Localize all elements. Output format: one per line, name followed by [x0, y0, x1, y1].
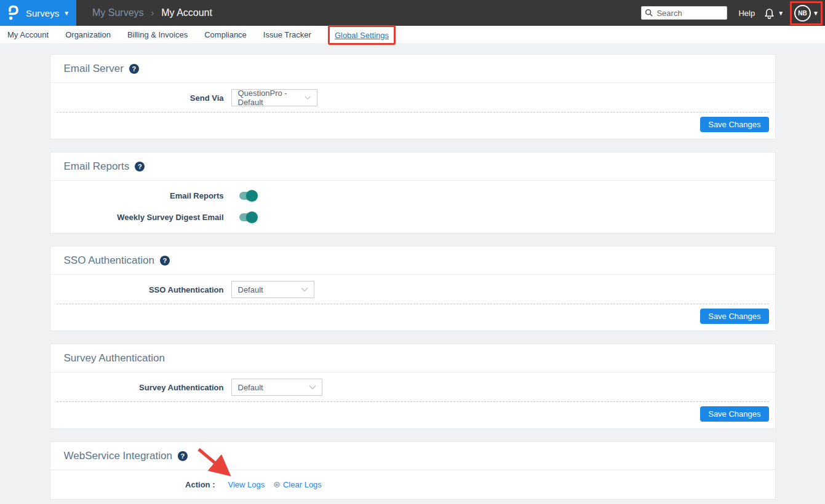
tab-issue-tracker[interactable]: Issue Tracker	[263, 30, 311, 39]
save-button[interactable]: Save Changes	[700, 309, 768, 324]
section-title: WebService Integration	[64, 450, 172, 462]
tab-global-settings[interactable]: Global Settings	[335, 31, 389, 40]
survey-authentication-select[interactable]: Default	[231, 379, 322, 396]
save-button[interactable]: Save Changes	[700, 406, 768, 422]
top-bar: Surveys ▼ My Surveys › My Account Help ▼…	[0, 0, 825, 26]
clear-logs-link[interactable]: ⊛ Clear Logs	[273, 479, 322, 489]
chevron-down-icon	[305, 95, 311, 100]
chevron-down-icon	[301, 287, 308, 292]
clear-circle-x-icon: ⊛	[273, 479, 281, 489]
chevron-down-icon: ▼	[778, 10, 784, 17]
help-icon[interactable]: ?	[129, 64, 139, 74]
product-menu-label: Surveys	[26, 8, 59, 18]
survey-authentication-row: Survey Authentication Default	[50, 372, 775, 401]
email-reports-section: Email Reports ? Email Reports Weekly Sur…	[50, 152, 776, 234]
product-switcher[interactable]: Surveys ▼	[0, 0, 76, 26]
settings-content: Email Server ? Send Via QuestionPro - De…	[0, 43, 825, 500]
sso-authentication-row: SSO Authentication Default	[50, 275, 775, 304]
section-title: Email Server	[64, 63, 124, 75]
notifications-menu[interactable]: ▼	[763, 7, 784, 20]
toggle-knob	[246, 190, 258, 202]
toggle-knob	[246, 211, 258, 223]
breadcrumb-my-surveys[interactable]: My Surveys	[92, 7, 144, 18]
help-icon[interactable]: ?	[160, 256, 170, 266]
breadcrumb: My Surveys › My Account	[92, 7, 212, 18]
survey-authentication-value: Default	[238, 383, 263, 392]
breadcrumb-separator: ›	[151, 8, 154, 18]
survey-authentication-label: Survey Authentication	[50, 383, 224, 392]
webservice-integration-section: WebService Integration ? Action : View L…	[50, 441, 776, 500]
avatar[interactable]: NB	[794, 5, 811, 22]
send-via-row: Send Via QuestionPro - Default	[50, 83, 775, 112]
sso-authentication-section: SSO Authentication ? SSO Authentication …	[50, 246, 776, 331]
sso-save-row: Save Changes	[50, 304, 775, 331]
sso-authentication-select[interactable]: Default	[231, 281, 314, 298]
chevron-down-icon	[309, 385, 316, 390]
tab-compliance[interactable]: Compliance	[204, 30, 247, 39]
toggle-label: Weekly Survey Digest Email	[50, 213, 224, 222]
topbar-actions: Help ▼ NB ▼	[641, 1, 825, 25]
email-server-save-row: Save Changes	[50, 112, 775, 139]
chevron-down-icon: ▼	[63, 10, 70, 17]
webservice-integration-header: WebService Integration ?	[50, 442, 775, 470]
weekly-digest-toggle[interactable]	[239, 213, 256, 221]
survey-auth-save-row: Save Changes	[50, 402, 775, 428]
toggle-label: Email Reports	[50, 191, 224, 200]
global-settings-annotation-box: Global Settings	[328, 25, 396, 45]
search-input[interactable]	[641, 6, 727, 20]
section-title: Survey Authentication	[64, 352, 165, 364]
email-reports-toggle[interactable]	[239, 192, 256, 200]
sso-authentication-header: SSO Authentication ?	[50, 246, 775, 275]
webservice-action-row: Action : View Logs ⊛ Clear Logs	[50, 470, 775, 499]
view-logs-link[interactable]: View Logs	[228, 480, 265, 489]
survey-authentication-header: Survey Authentication	[50, 344, 775, 372]
send-via-value: QuestionPro - Default	[238, 89, 305, 107]
send-via-label: Send Via	[50, 93, 224, 103]
tab-my-account[interactable]: My Account	[7, 30, 49, 39]
section-title: Email Reports	[64, 160, 130, 173]
tab-billing-invoices[interactable]: Billing & Invoices	[127, 30, 188, 39]
search-box	[641, 6, 727, 20]
sso-authentication-value: Default	[238, 285, 263, 294]
email-reports-toggle-row: Email Reports	[50, 189, 775, 202]
email-server-header: Email Server ?	[50, 55, 775, 83]
help-icon[interactable]: ?	[178, 451, 188, 461]
send-via-select[interactable]: QuestionPro - Default	[231, 89, 317, 106]
survey-authentication-section: Survey Authentication Survey Authenticat…	[50, 344, 776, 429]
questionpro-logo-icon	[7, 5, 20, 21]
save-button[interactable]: Save Changes	[700, 117, 768, 132]
chevron-down-icon: ▼	[813, 10, 819, 17]
sso-authentication-label: SSO Authentication	[50, 285, 224, 294]
bell-icon	[763, 7, 775, 20]
email-reports-header: Email Reports ?	[50, 152, 775, 181]
avatar-annotation-box: NB ▼	[790, 1, 823, 25]
help-icon[interactable]: ?	[135, 162, 145, 171]
section-title: SSO Authentication	[64, 254, 154, 267]
email-reports-toggles: Email Reports Weekly Survey Digest Email	[50, 181, 775, 233]
help-link[interactable]: Help	[738, 9, 755, 18]
weekly-digest-toggle-row: Weekly Survey Digest Email	[50, 211, 775, 223]
email-server-section: Email Server ? Send Via QuestionPro - De…	[50, 54, 776, 140]
action-label: Action :	[50, 480, 215, 489]
account-tabs: My Account Organization Billing & Invoic…	[0, 26, 825, 43]
breadcrumb-current: My Account	[161, 7, 212, 18]
search-icon	[645, 9, 653, 17]
tab-organization[interactable]: Organization	[65, 30, 111, 39]
clear-logs-label: Clear Logs	[283, 480, 322, 489]
